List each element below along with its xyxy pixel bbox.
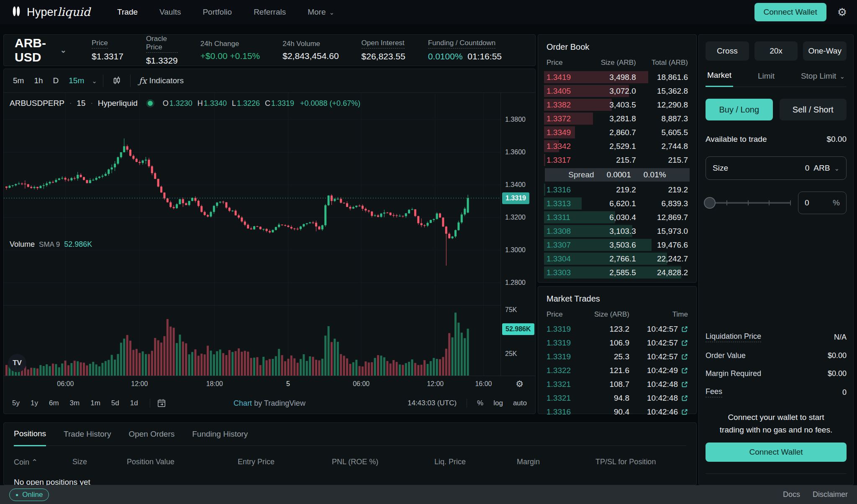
chevron-down-icon[interactable]: ⌄ <box>92 78 97 84</box>
chart-legend: ARBUSDPERP · 15 · Hyperliquid O1.3230 H1… <box>10 99 360 108</box>
percent-scale-button[interactable]: % <box>477 399 483 407</box>
hyperliquid-logo[interactable]: Hyperliquid <box>10 5 90 19</box>
trade-row[interactable]: 1.3322121.610:42:49 <box>547 363 688 377</box>
indicators-button[interactable]: ƒx Indicators <box>134 76 189 86</box>
time-axis-settings-icon[interactable]: ⚙ <box>516 380 523 389</box>
column-header-coin[interactable]: Coin ⌃ <box>14 458 72 467</box>
orderbook-bid-row[interactable]: 1.33042,766.122,242.7 <box>547 252 688 266</box>
go-to-date-icon[interactable] <box>157 399 166 408</box>
size: 6,030.4 <box>588 213 636 222</box>
orderbook-ask-row[interactable]: 1.34053,072.015,362.8 <box>547 84 688 98</box>
candle-style-button[interactable] <box>107 76 127 86</box>
tab-trade-history[interactable]: Trade History <box>64 423 111 445</box>
tab-funding-history[interactable]: Funding History <box>192 423 248 445</box>
tab-market[interactable]: Market <box>706 71 733 87</box>
size: 3,498.8 <box>588 73 636 82</box>
trade-price: 1.3316 <box>547 407 587 417</box>
price: 1.3313 <box>547 199 588 208</box>
online-status-badge[interactable]: ● Online <box>9 489 49 501</box>
log-scale-button[interactable]: log <box>493 399 503 407</box>
price-axis-tick: 1.3800 <box>505 116 526 123</box>
size-input[interactable]: Size 0 ARB ⌄ <box>706 156 847 180</box>
time-axis[interactable]: ⚙ 06:0012:0018:00506:0012:0016:00 <box>4 376 535 392</box>
orderbook-bid-row[interactable]: 1.3316219.2219.2 <box>547 183 688 197</box>
tab-positions[interactable]: Positions <box>14 422 46 446</box>
size: 3,403.5 <box>588 100 636 110</box>
orderbook-ask-row[interactable]: 1.33422,529.12,744.8 <box>547 139 688 153</box>
range-button-5d[interactable]: 5d <box>111 399 119 407</box>
auto-scale-button[interactable]: auto <box>513 399 527 407</box>
interval-1d[interactable]: D <box>48 76 64 85</box>
connect-wallet-button[interactable]: Connect Wallet <box>754 3 826 21</box>
external-link-icon[interactable] <box>681 326 688 333</box>
orderbook-bid-row[interactable]: 1.33073,503.619,476.6 <box>547 238 688 252</box>
slider-handle[interactable] <box>704 197 716 209</box>
connect-wallet-button-panel[interactable]: Connect Wallet <box>706 443 847 462</box>
orderbook-bid-row[interactable]: 1.33116,030.412,869.7 <box>547 210 688 224</box>
range-button-1m[interactable]: 1m <box>90 399 100 407</box>
external-link-icon[interactable] <box>681 395 688 402</box>
range-button-1d[interactable]: 1d <box>130 399 138 407</box>
interval-1h[interactable]: 1h <box>29 76 48 85</box>
settings-gear-icon[interactable]: ⚙ <box>837 7 847 18</box>
external-link-icon[interactable] <box>681 353 688 360</box>
trade-price: 1.3319 <box>547 352 587 361</box>
disclaimer-link[interactable]: Disclaimer <box>813 490 848 499</box>
leverage-button[interactable]: 20x <box>754 41 798 61</box>
orderbook-bid-row[interactable]: 1.33083,103.315,973.0 <box>547 224 688 238</box>
trade-row[interactable]: 1.3321108.710:42:48 <box>547 377 688 391</box>
interval-5m[interactable]: 5m <box>8 76 29 85</box>
trade-row[interactable]: 1.331690.410:42:46 <box>547 405 688 419</box>
external-link-icon[interactable] <box>681 367 688 374</box>
chart-clock[interactable]: 14:43:03 (UTC) <box>408 399 457 407</box>
trade-row[interactable]: 1.331925.310:42:57 <box>547 350 688 363</box>
orderbook-bid-row[interactable]: 1.33032,585.524,828.2 <box>547 266 688 279</box>
spread-percent: 0.01% <box>644 170 666 179</box>
orderbook-ask-row[interactable]: 1.33723,281.88,887.3 <box>547 112 688 125</box>
orderbook-ask-row[interactable]: 1.33823,403.512,290.8 <box>547 98 688 112</box>
nav-item-portfolio[interactable]: Portfolio <box>203 8 232 17</box>
orderbook-bid-row[interactable]: 1.33136,620.16,839.3 <box>547 197 688 210</box>
external-link-icon[interactable] <box>681 381 688 388</box>
size-percent-slider[interactable] <box>706 198 790 208</box>
external-link-icon[interactable] <box>681 409 688 415</box>
margin-mode-button[interactable]: Cross <box>706 41 749 61</box>
price-axis[interactable]: 1.38001.36001.34001.32001.30001.280075K2… <box>500 93 535 376</box>
external-link-icon[interactable] <box>681 340 688 346</box>
chart-footer-toolbar: 5y1y6m3m1m5d1d Chart by TradingView 14:4… <box>4 392 535 414</box>
trade-row[interactable]: 1.3319123.210:42:57 <box>547 322 688 336</box>
buy-long-button[interactable]: Buy / Long <box>706 99 773 120</box>
pair-selector[interactable]: ARB-USD ⌄ <box>15 36 67 64</box>
tradingview-logo[interactable]: TV <box>8 354 26 372</box>
percent-input[interactable]: 0 % <box>798 192 847 214</box>
interval-15m-active[interactable]: 15m <box>64 76 89 85</box>
range-button-5y[interactable]: 5y <box>12 399 20 407</box>
trade-row[interactable]: 1.332194.810:42:48 <box>547 391 688 405</box>
orderbook-ask-row[interactable]: 1.33492,860.75,605.5 <box>547 125 688 139</box>
order-book-title: Order Book <box>547 42 688 52</box>
sell-short-button[interactable]: Sell / Short <box>780 99 847 120</box>
volume-axis-tick: 75K <box>505 306 517 314</box>
tab-limit[interactable]: Limit <box>756 72 776 87</box>
range-button-1y[interactable]: 1y <box>31 399 38 407</box>
range-button-6m[interactable]: 6m <box>49 399 59 407</box>
chart-body[interactable]: ARBUSDPERP · 15 · Hyperliquid O1.3230 H1… <box>4 93 535 376</box>
orderbook-ask-row[interactable]: 1.3317215.7215.7 <box>547 153 688 167</box>
nav-item-trade[interactable]: Trade <box>117 8 138 17</box>
orderbook-ask-row[interactable]: 1.34193,498.818,861.6 <box>547 70 688 84</box>
position-mode-button[interactable]: One-Way <box>803 41 847 61</box>
nav-item-vaults[interactable]: Vaults <box>159 8 181 17</box>
size: 3,072.0 <box>588 87 636 96</box>
range-button-3m[interactable]: 3m <box>70 399 80 407</box>
nav-item-referrals[interactable]: Referrals <box>254 8 286 17</box>
chevron-down-icon[interactable]: ⌄ <box>834 165 839 171</box>
docs-link[interactable]: Docs <box>783 490 800 499</box>
nav-item-more[interactable]: More⌄ <box>308 8 334 17</box>
tab-open-orders[interactable]: Open Orders <box>128 423 174 445</box>
total: 6,839.3 <box>636 199 688 208</box>
trade-row[interactable]: 1.3319106.910:42:57 <box>547 336 688 350</box>
chart-link[interactable]: Chart <box>233 399 252 407</box>
size: 2,766.1 <box>588 254 636 264</box>
trade-price: 1.3321 <box>547 380 587 389</box>
tab-stop-limit[interactable]: Stop Limit⌄ <box>799 72 847 87</box>
